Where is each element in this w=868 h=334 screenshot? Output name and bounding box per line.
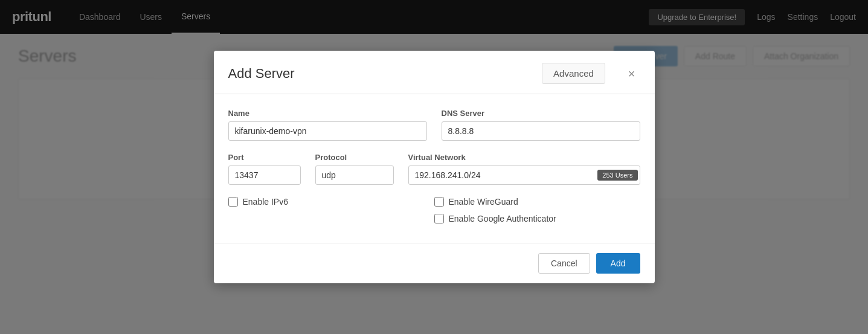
google-auth-label[interactable]: Enable Google Authenticator: [449, 214, 556, 223]
wireguard-label[interactable]: Enable WireGuard: [449, 197, 518, 207]
modal-overlay: Add Server Advanced × Name DNS Server P: [0, 0, 868, 334]
wireguard-checkbox[interactable]: [434, 197, 444, 207]
port-input[interactable]: [228, 165, 301, 185]
add-button[interactable]: Add: [596, 253, 640, 274]
protocol-group: Protocol: [315, 153, 394, 185]
users-badge: 253 Users: [597, 170, 637, 181]
protocol-label: Protocol: [315, 153, 394, 162]
cancel-button[interactable]: Cancel: [538, 253, 590, 274]
wireguard-group: Enable WireGuard: [434, 197, 640, 207]
name-group: Name: [228, 109, 427, 141]
dns-label: DNS Server: [442, 109, 640, 118]
modal-footer: Cancel Add: [214, 243, 655, 283]
form-row-1: Name DNS Server: [228, 109, 640, 141]
add-server-modal: Add Server Advanced × Name DNS Server P: [214, 51, 655, 283]
left-checkboxes: Enable IPv6: [228, 197, 434, 231]
advanced-tab[interactable]: Advanced: [542, 63, 605, 84]
protocol-input[interactable]: [315, 165, 394, 185]
ipv6-group: Enable IPv6: [228, 197, 434, 207]
google-auth-checkbox[interactable]: [434, 214, 444, 223]
modal-title: Add Server: [228, 66, 542, 82]
modal-header: Add Server Advanced ×: [214, 51, 655, 94]
right-checkboxes: Enable WireGuard Enable Google Authentic…: [434, 197, 640, 231]
ipv6-checkbox[interactable]: [228, 197, 238, 207]
modal-body: Name DNS Server Port Protocol: [214, 94, 655, 243]
checkbox-row: Enable IPv6 Enable WireGuard Enable Goog…: [228, 197, 640, 231]
modal-close-button[interactable]: ×: [623, 65, 640, 82]
vnet-label: Virtual Network: [408, 153, 640, 162]
name-label: Name: [228, 109, 427, 118]
vnet-wrapper: 253 Users: [408, 165, 640, 185]
port-label: Port: [228, 153, 301, 162]
vnet-group: Virtual Network 253 Users: [408, 153, 640, 185]
ipv6-label[interactable]: Enable IPv6: [243, 197, 289, 207]
dns-input[interactable]: [442, 121, 640, 141]
port-group: Port: [228, 153, 301, 185]
name-input[interactable]: [228, 121, 427, 141]
form-row-2: Port Protocol Virtual Network 253 Users: [228, 153, 640, 185]
dns-group: DNS Server: [442, 109, 640, 141]
google-auth-group: Enable Google Authenticator: [434, 214, 640, 223]
